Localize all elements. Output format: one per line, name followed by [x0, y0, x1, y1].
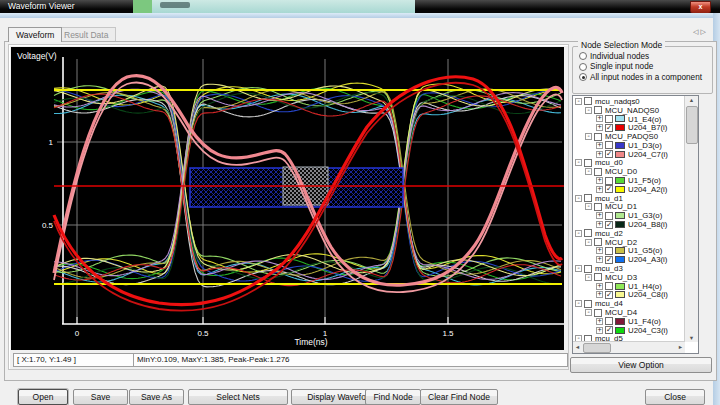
- waveform-plot[interactable]: Voltage(V)Time(ns)00.511.510.5: [11, 47, 564, 350]
- node-label[interactable]: mcu_d1: [595, 194, 623, 203]
- title-bar[interactable]: Waveform Viewer: [0, 0, 720, 13]
- tree-item-u204-c7-i[interactable]: +✓U204_C7(i): [573, 150, 685, 159]
- node-checkbox[interactable]: [605, 317, 613, 325]
- node-checkbox[interactable]: [605, 141, 613, 149]
- tree-item-u1-e4-o[interactable]: +U1_E4(o): [573, 115, 685, 124]
- tree-item-u204-a2-i[interactable]: +✓U204_A2(i): [573, 185, 685, 194]
- node-label[interactable]: U204_B7(i): [628, 123, 667, 132]
- node-checkbox[interactable]: [594, 203, 602, 211]
- expand-icon[interactable]: +: [596, 221, 603, 228]
- node-checkbox[interactable]: ✓: [605, 256, 613, 264]
- vertical-scroll-thumb[interactable]: [686, 106, 698, 144]
- scroll-left-icon[interactable]: ◄: [573, 344, 582, 350]
- node-label[interactable]: mcu_nadqs0: [595, 97, 640, 106]
- node-checkbox[interactable]: [584, 300, 592, 308]
- node-label[interactable]: U204_A3(i): [628, 255, 667, 264]
- node-label[interactable]: U204_B8(i): [628, 220, 667, 229]
- tree-item-mcu-nadqs0[interactable]: -MCU_NADQS0: [573, 106, 685, 115]
- tree-item-mcu-d1[interactable]: -mcu_d1: [573, 194, 685, 203]
- tree-item-u204-b7-i[interactable]: +✓U204_B7(i): [573, 123, 685, 132]
- node-label[interactable]: mcu_d0: [595, 158, 623, 167]
- tab-result-data[interactable]: Result Data: [57, 27, 116, 42]
- tree-item-u204-c8-i[interactable]: +✓U204_C8(i): [573, 291, 685, 300]
- scroll-right-icon[interactable]: ►: [676, 344, 685, 350]
- clear-find-node-button[interactable]: Clear Find Node: [420, 389, 498, 405]
- node-label[interactable]: U1_G5(o): [628, 246, 662, 255]
- radio-option-single-input-node[interactable]: Single input node: [579, 62, 653, 72]
- collapse-icon[interactable]: -: [575, 195, 582, 202]
- node-label[interactable]: U1_E4(o): [628, 115, 661, 124]
- node-checkbox[interactable]: [584, 229, 592, 237]
- tree-item-mcu-d2[interactable]: -mcu_d2: [573, 229, 685, 238]
- tree-item-mcu-d0[interactable]: -mcu_d0: [573, 159, 685, 168]
- collapse-icon[interactable]: -: [575, 300, 582, 307]
- save-button[interactable]: Save: [73, 389, 128, 405]
- eye-diagram[interactable]: Voltage(V)Time(ns)00.511.510.5: [11, 47, 564, 350]
- expand-icon[interactable]: +: [596, 151, 603, 158]
- collapse-icon[interactable]: -: [575, 98, 582, 105]
- node-checkbox[interactable]: [605, 247, 613, 255]
- expand-icon[interactable]: +: [596, 142, 603, 149]
- tree-horizontal-scrollbar[interactable]: ◄ ►: [573, 341, 685, 353]
- expand-icon[interactable]: +: [596, 124, 603, 131]
- scroll-up-icon[interactable]: ▲: [685, 97, 698, 103]
- tree-item-u204-b8-i[interactable]: +✓U204_B8(i): [573, 220, 685, 229]
- open-button[interactable]: Open: [18, 389, 68, 405]
- tab-scroll-arrows[interactable]: ◁▷: [693, 28, 708, 36]
- collapse-icon[interactable]: -: [585, 133, 592, 140]
- node-checkbox[interactable]: [594, 309, 602, 317]
- tree-item-u1-g5-o[interactable]: +U1_G5(o): [573, 247, 685, 256]
- node-tree[interactable]: -mcu_nadqs0-MCU_NADQS0+U1_E4(o)+✓U204_B7…: [572, 95, 699, 354]
- tree-item-u1-g3-o[interactable]: +U1_G3(o): [573, 211, 685, 220]
- select-nets-button[interactable]: Select Nets: [188, 389, 288, 405]
- collapse-icon[interactable]: -: [585, 203, 592, 210]
- find-node-button[interactable]: Find Node: [365, 389, 421, 405]
- radio-icon[interactable]: [579, 73, 587, 81]
- radio-icon[interactable]: [579, 63, 587, 71]
- expand-icon[interactable]: +: [596, 115, 603, 122]
- tree-item-mcu-d4[interactable]: -MCU_D4: [573, 308, 685, 317]
- node-label[interactable]: MCU_PADQS0: [605, 132, 658, 141]
- node-checkbox[interactable]: [594, 106, 602, 114]
- node-checkbox[interactable]: [584, 265, 592, 273]
- node-checkbox[interactable]: ✓: [605, 291, 613, 299]
- expand-icon[interactable]: +: [596, 283, 603, 290]
- collapse-icon[interactable]: -: [585, 274, 592, 281]
- close-button[interactable]: Close: [645, 389, 705, 405]
- node-label[interactable]: U1_F5(o): [628, 176, 661, 185]
- tree-item-u1-h4-o[interactable]: +U1_H4(o): [573, 282, 685, 291]
- tree-item-mcu-d2[interactable]: -MCU_D2: [573, 238, 685, 247]
- node-label[interactable]: MCU_NADQS0: [605, 106, 659, 115]
- node-label[interactable]: mcu_d3: [595, 264, 623, 273]
- node-label[interactable]: mcu_d2: [595, 229, 623, 238]
- collapse-icon[interactable]: -: [585, 309, 592, 316]
- node-checkbox[interactable]: [594, 273, 602, 281]
- node-checkbox[interactable]: [594, 133, 602, 141]
- tree-item-mcu-d3[interactable]: -mcu_d3: [573, 264, 685, 273]
- expand-icon[interactable]: +: [596, 212, 603, 219]
- node-checkbox[interactable]: [594, 168, 602, 176]
- save-as-button[interactable]: Save As: [129, 389, 184, 405]
- expand-icon[interactable]: +: [596, 247, 603, 254]
- tab-scroll-right-icon[interactable]: ▷: [700, 28, 707, 35]
- tree-item-u1-f5-o[interactable]: +U1_F5(o): [573, 176, 685, 185]
- radio-option-all-input-nodes-in-a-component[interactable]: All input nodes in a component: [579, 72, 702, 82]
- node-label[interactable]: U1_G3(o): [628, 211, 662, 220]
- tree-item-u204-c3-i[interactable]: +✓U204_C3(i): [573, 326, 685, 335]
- node-checkbox[interactable]: ✓: [605, 326, 613, 334]
- node-label[interactable]: MCU_D3: [605, 273, 637, 282]
- node-label[interactable]: U204_C7(i): [628, 150, 668, 159]
- collapse-icon[interactable]: -: [575, 159, 582, 166]
- collapse-icon[interactable]: -: [575, 265, 582, 272]
- horizontal-scroll-thumb[interactable]: [583, 343, 611, 353]
- expand-icon[interactable]: +: [596, 318, 603, 325]
- node-checkbox[interactable]: [605, 282, 613, 290]
- tree-item-mcu-nadqs0[interactable]: -mcu_nadqs0: [573, 97, 685, 106]
- tree-item-mcu-d3[interactable]: -MCU_D3: [573, 273, 685, 282]
- expand-icon[interactable]: +: [596, 291, 603, 298]
- node-label[interactable]: MCU_D1: [605, 202, 637, 211]
- node-label[interactable]: U1_F4(o): [628, 317, 661, 326]
- collapse-icon[interactable]: -: [575, 230, 582, 237]
- node-label[interactable]: MCU_D0: [605, 167, 637, 176]
- tab-waveform[interactable]: Waveform: [8, 27, 62, 42]
